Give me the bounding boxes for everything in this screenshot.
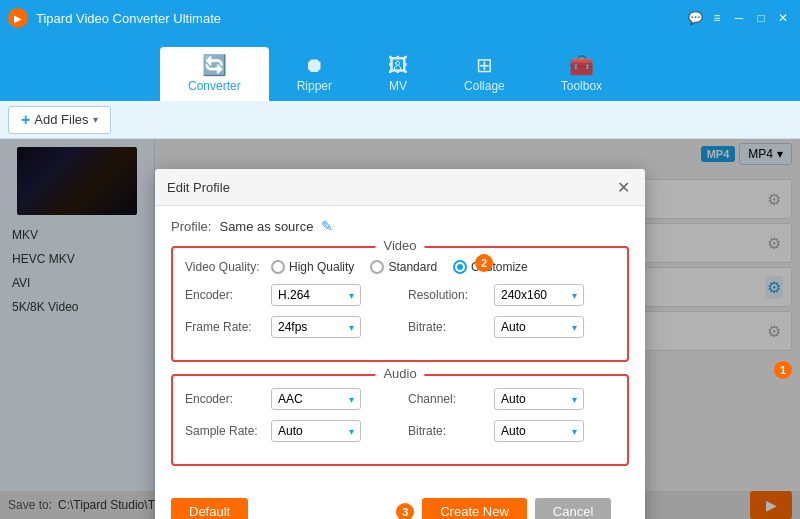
channel-row: Channel: Auto ▾ <box>408 388 615 410</box>
quality-high-radio[interactable]: High Quality <box>271 260 354 274</box>
standard-quality-label: Standard <box>388 260 437 274</box>
standard-quality-circle <box>370 260 384 274</box>
video-bitrate-label: Bitrate: <box>408 320 486 334</box>
encoder-col: Encoder: H.264 ▾ <box>185 284 392 316</box>
quality-radio-group: High Quality Standard Customize <box>271 260 615 274</box>
app-logo <box>8 8 28 28</box>
video-section: Video Video Quality: High Quality Standa… <box>171 246 629 362</box>
tab-converter[interactable]: 🔄 Converter <box>160 47 269 101</box>
encoder-resolution-row: Encoder: H.264 ▾ Resolution: <box>185 284 615 316</box>
main-content: MKV HEVC MKV AVI 5K/8K Video MP4 MP4 ▾ 1… <box>0 139 800 519</box>
dialog-close-button[interactable]: ✕ <box>613 177 633 197</box>
video-bitrate-value: Auto <box>501 320 526 334</box>
video-quality-label: Video Quality: <box>185 260 263 274</box>
channel-label: Channel: <box>408 392 486 406</box>
audio-encoder-channel-row: Encoder: AAC ▾ Channel: <box>185 388 615 420</box>
badge-one: 1 <box>774 361 792 379</box>
samplerate-label: Sample Rate: <box>185 424 263 438</box>
video-quality-row: Video Quality: High Quality Standard <box>185 260 615 274</box>
profile-label: Profile: <box>171 219 211 234</box>
nav-bar: 🔄 Converter ⏺ Ripper 🖼 MV ⊞ Collage 🧰 To… <box>0 36 800 101</box>
channel-dropdown-icon: ▾ <box>572 394 577 405</box>
maximize-btn[interactable]: □ <box>752 9 770 27</box>
window-controls: 💬 ≡ ─ □ ✕ <box>686 9 792 27</box>
converter-icon: 🔄 <box>202 55 227 75</box>
title-bar-left: Tipard Video Converter Ultimate <box>8 8 221 28</box>
toolbox-label: Toolbox <box>561 79 602 93</box>
tab-collage[interactable]: ⊞ Collage <box>436 47 533 101</box>
edit-pencil-icon[interactable]: ✎ <box>321 218 333 234</box>
encoder-dropdown-icon: ▾ <box>349 290 354 301</box>
audio-bitrate-label: Bitrate: <box>408 424 486 438</box>
samplerate-select[interactable]: Auto ▾ <box>271 420 361 442</box>
audio-bitrate-dropdown-icon: ▾ <box>572 426 577 437</box>
tab-toolbox[interactable]: 🧰 Toolbox <box>533 47 630 101</box>
framerate-bitrate-row: Frame Rate: 24fps ▾ Bitrate: <box>185 316 615 348</box>
samplerate-value: Auto <box>278 424 303 438</box>
audio-encoder-label: Encoder: <box>185 392 263 406</box>
encoder-label: Encoder: <box>185 288 263 302</box>
app-title: Tipard Video Converter Ultimate <box>36 11 221 26</box>
video-bitrate-col: Bitrate: Auto ▾ <box>408 316 615 348</box>
create-new-button[interactable]: Create New <box>422 498 527 519</box>
plus-icon: + <box>21 111 30 129</box>
audio-encoder-dropdown-icon: ▾ <box>349 394 354 405</box>
encoder-select[interactable]: H.264 ▾ <box>271 284 361 306</box>
framerate-select[interactable]: 24fps ▾ <box>271 316 361 338</box>
quality-standard-radio[interactable]: Standard <box>370 260 437 274</box>
audio-bitrate-select[interactable]: Auto ▾ <box>494 420 584 442</box>
channel-select[interactable]: Auto ▾ <box>494 388 584 410</box>
badge-two: 2 <box>475 254 493 272</box>
framerate-value: 24fps <box>278 320 307 334</box>
modal-overlay: Edit Profile ✕ Profile: Same as source ✎… <box>0 139 800 519</box>
audio-bitrate-row: Bitrate: Auto ▾ <box>408 420 615 442</box>
audio-section: Audio Encoder: AAC ▾ <box>171 374 629 466</box>
resolution-col: Resolution: 240x160 ▾ <box>408 284 615 316</box>
video-bitrate-select[interactable]: Auto ▾ <box>494 316 584 338</box>
audio-encoder-value: AAC <box>278 392 303 406</box>
dialog-footer: Default 3 Create New Cancel <box>155 490 645 519</box>
video-bitrate-row: Bitrate: Auto ▾ <box>408 316 615 338</box>
message-btn[interactable]: 💬 <box>686 9 704 27</box>
tab-ripper[interactable]: ⏺ Ripper <box>269 47 360 101</box>
close-btn[interactable]: ✕ <box>774 9 792 27</box>
tab-mv[interactable]: 🖼 MV <box>360 47 436 101</box>
samplerate-dropdown-icon: ▾ <box>349 426 354 437</box>
cancel-button[interactable]: Cancel <box>535 498 611 519</box>
channel-value: Auto <box>501 392 526 406</box>
title-bar: Tipard Video Converter Ultimate 💬 ≡ ─ □ … <box>0 0 800 36</box>
collage-icon: ⊞ <box>476 55 493 75</box>
resolution-select[interactable]: 240x160 ▾ <box>494 284 584 306</box>
dialog-header: Edit Profile ✕ <box>155 169 645 206</box>
framerate-row: Frame Rate: 24fps ▾ <box>185 316 392 338</box>
minimize-btn[interactable]: ─ <box>730 9 748 27</box>
default-button[interactable]: Default <box>171 498 248 519</box>
dialog-title: Edit Profile <box>167 180 230 195</box>
add-files-label: Add Files <box>34 112 88 127</box>
video-bitrate-dropdown-icon: ▾ <box>572 322 577 333</box>
profile-row: Profile: Same as source ✎ <box>171 218 629 234</box>
channel-col: Channel: Auto ▾ <box>408 388 615 420</box>
ripper-icon: ⏺ <box>304 55 324 75</box>
dialog-body: Profile: Same as source ✎ 2 Video Video … <box>155 206 645 490</box>
badge-three: 3 <box>396 503 414 520</box>
audio-encoder-select[interactable]: AAC ▾ <box>271 388 361 410</box>
encoder-row: Encoder: H.264 ▾ <box>185 284 392 306</box>
menu-btn[interactable]: ≡ <box>708 9 726 27</box>
ripper-label: Ripper <box>297 79 332 93</box>
mv-icon: 🖼 <box>388 55 408 75</box>
samplerate-col: Sample Rate: Auto ▾ <box>185 420 392 452</box>
mv-label: MV <box>389 79 407 93</box>
framerate-label: Frame Rate: <box>185 320 263 334</box>
add-files-button[interactable]: + Add Files ▾ <box>8 106 111 134</box>
high-quality-label: High Quality <box>289 260 354 274</box>
converter-label: Converter <box>188 79 241 93</box>
audio-encoder-row: Encoder: AAC ▾ <box>185 388 392 410</box>
samplerate-row: Sample Rate: Auto ▾ <box>185 420 392 442</box>
profile-value: Same as source <box>219 219 313 234</box>
resolution-label: Resolution: <box>408 288 486 302</box>
framerate-dropdown-icon: ▾ <box>349 322 354 333</box>
audio-bitrate-value: Auto <box>501 424 526 438</box>
video-section-title: Video <box>375 238 424 253</box>
audio-encoder-col: Encoder: AAC ▾ <box>185 388 392 420</box>
